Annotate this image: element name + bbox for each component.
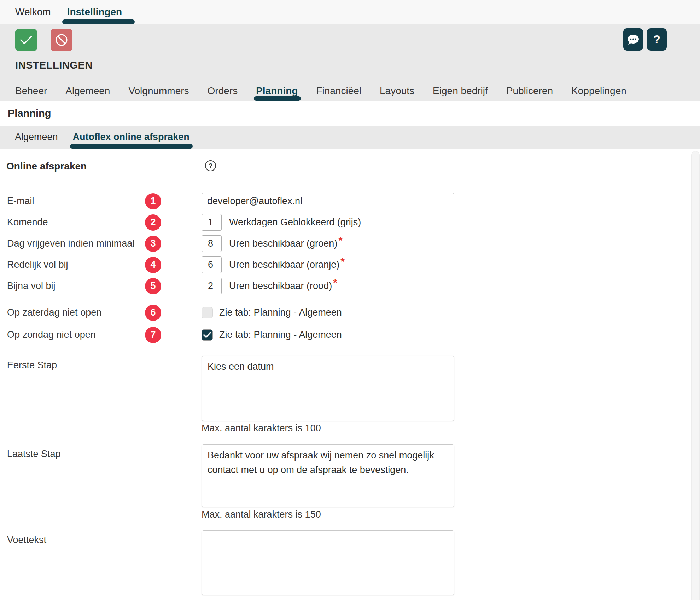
step-badge-1: 1 [145,193,161,209]
check-icon [203,332,211,338]
required-asterisk: * [340,255,345,267]
vertical-scrollbar-track [690,149,700,600]
redelijk-vol-label: Redelijk vol bij [7,259,145,270]
tab-label: Orders [208,85,238,97]
section-title: Planning [8,108,51,119]
tab-publiceren[interactable]: Publiceren [506,81,553,101]
tab-label: Layouts [380,85,414,97]
tab-label: Beheer [15,85,47,97]
tab-koppelingen[interactable]: Koppelingen [571,81,626,101]
zaterdag-row: Op zaterdag niet open 6 Zie tab: Plannin… [0,304,700,321]
tab-label: Volgnummers [128,85,189,97]
step-badge-2: 2 [145,214,161,231]
zondag-checkbox[interactable] [202,329,213,341]
bijna-vol-row: Bijna vol bij 5 Uren beschikbaar (rood) … [0,278,700,294]
laatste-stap-textarea[interactable]: Bedankt voor uw afspraak wij nemen zo sn… [202,444,454,507]
tab-algemeen[interactable]: Algemeen [65,81,110,101]
active-tab-underline [254,96,301,101]
subtab-label: Autoflex online afspraken [73,132,189,143]
eerste-stap-row: Eerste Stap Kies een datum Max. aantal k… [0,356,700,435]
voettekst-textarea[interactable] [202,530,454,595]
tab-orders[interactable]: Orders [208,81,238,101]
vertical-scrollbar-thumb[interactable] [691,151,700,600]
tab-instellingen[interactable]: Instellingen [67,0,122,24]
voettekst-row: Voettekst [0,530,700,595]
tab-layouts[interactable]: Layouts [380,81,414,101]
tab-instellingen-label: Instellingen [67,6,122,18]
redelijk-vol-row: Redelijk vol bij 4 Uren beschikbaar (ora… [0,256,700,273]
dag-vrijgeven-label: Dag vrijgeven indien minimaal [7,238,145,249]
help-button[interactable]: ? [647,28,667,51]
zaterdag-label: Op zaterdag niet open [7,307,145,318]
email-row: E-mail 1 [0,193,700,209]
komende-label: Komende [7,217,145,228]
groen-uren-input[interactable] [202,235,222,252]
tab-label: Publiceren [506,85,553,97]
help-glyph: ? [209,162,213,170]
tab-volgnummers[interactable]: Volgnummers [128,81,189,101]
toolbar-right-buttons: ? [623,28,667,51]
step-badge-6: 6 [145,305,161,321]
subtab-algemeen[interactable]: Algemeen [15,126,58,149]
subtab-autoflex-online-afspraken[interactable]: Autoflex online afspraken [73,126,189,149]
online-afspraken-panel: Online afspraken ? E-mail 1 Komende 2 We… [0,149,700,595]
check-icon [20,35,32,45]
email-input[interactable] [202,193,454,209]
tab-label: Eigen bedrijf [433,85,488,97]
toolbar: ? INSTELLINGEN Beheer Algemeen Volgnumme… [0,24,700,101]
section-header: Planning [0,101,700,126]
subtab-label: Algemeen [15,132,58,143]
step-badge-5: 5 [145,278,161,294]
zondag-row: Op zondag niet open 7 Zie tab: Planning … [0,327,700,343]
dag-vrijgeven-row: Dag vrijgeven indien minimaal 3 Uren bes… [0,235,700,252]
eerste-stap-textarea[interactable]: Kies een datum [202,356,454,421]
block-icon [55,34,68,46]
tab-beheer[interactable]: Beheer [15,81,47,101]
window-tab-bar: Welkom Instellingen [0,0,700,24]
bijna-vol-label: Bijna vol bij [7,281,145,292]
page-title: INSTELLINGEN [15,59,700,71]
confirm-button[interactable] [15,29,37,51]
rood-suffix: Uren beschikbaar (rood) [229,281,332,292]
laatste-stap-label: Laatste Stap [7,444,145,460]
app-window: Welkom Instellingen [0,0,700,600]
laatste-stap-row: Laatste Stap Bedankt voor uw afspraak wi… [0,444,700,521]
tab-label: Financiëel [316,85,361,97]
feedback-button[interactable] [623,28,643,51]
help-icon[interactable]: ? [205,160,216,171]
step-badge-7: 7 [145,327,161,343]
active-subtab-underline [70,144,193,149]
settings-tab-bar: Beheer Algemeen Volgnummers Orders Plann… [15,81,626,101]
tab-label: Koppelingen [571,85,626,97]
laatste-stap-helper: Max. aantal karakters is 150 [202,509,454,521]
zondag-label: Op zondag niet open [7,329,145,340]
active-tab-underline [62,19,135,24]
required-asterisk: * [333,277,337,289]
komende-suffix: Werkdagen Geblokkeerd (grijs) [229,217,361,228]
oranje-suffix: Uren beschikbaar (oranje) [229,259,339,270]
email-label: E-mail [7,196,145,207]
tab-label: Algemeen [65,85,110,97]
komende-row: Komende 2 Werkdagen Geblokkeerd (grijs) [0,214,700,231]
komende-input[interactable] [202,214,222,231]
step-badge-4: 4 [145,257,161,273]
chat-icon [627,34,639,45]
tab-eigen-bedrijf[interactable]: Eigen bedrijf [433,81,488,101]
panel-title: Online afspraken [6,161,87,172]
tab-financieel[interactable]: Financiëel [316,81,361,101]
groen-suffix: Uren beschikbaar (groen) [229,238,337,249]
tab-planning[interactable]: Planning [256,81,298,101]
tab-welkom[interactable]: Welkom [15,0,51,24]
rood-uren-input[interactable] [202,278,222,294]
action-buttons [15,29,700,51]
eerste-stap-label: Eerste Stap [7,356,145,371]
voettekst-label: Voettekst [7,530,145,546]
oranje-uren-input[interactable] [202,256,222,273]
cancel-button[interactable] [51,29,72,51]
required-asterisk: * [338,234,343,246]
tab-welkom-label: Welkom [15,6,51,18]
eerste-stap-helper: Max. aantal karakters is 100 [202,423,454,435]
zaterdag-checkbox[interactable] [202,307,213,318]
zondag-suffix: Zie tab: Planning - Algemeen [219,329,342,340]
question-mark-icon: ? [653,33,660,46]
